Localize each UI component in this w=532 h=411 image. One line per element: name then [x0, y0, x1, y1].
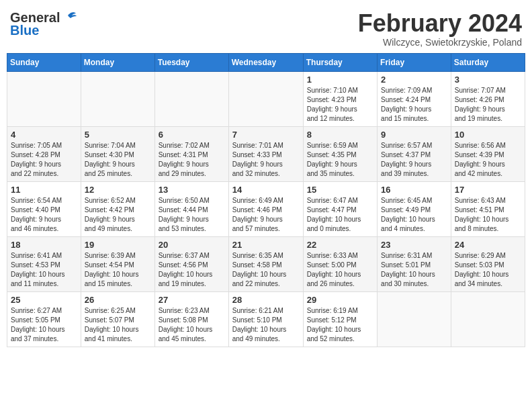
location-subtitle: Wilczyce, Swietokrzyskie, Poland	[358, 37, 522, 48]
calendar-cell-3-5: 15Sunrise: 6:47 AM Sunset: 4:47 PM Dayli…	[303, 181, 377, 236]
calendar-cell-5-1: 25Sunrise: 6:27 AM Sunset: 5:05 PM Dayli…	[7, 291, 81, 347]
day-info: Sunrise: 6:27 AM Sunset: 5:05 PM Dayligh…	[11, 306, 77, 344]
calendar-week-row-3: 11Sunrise: 6:54 AM Sunset: 4:40 PM Dayli…	[7, 181, 525, 236]
calendar-cell-4-6: 23Sunrise: 6:31 AM Sunset: 5:01 PM Dayli…	[378, 236, 451, 291]
day-number: 25	[11, 295, 77, 305]
logo: General Blue	[10, 10, 77, 38]
day-number: 17	[455, 185, 521, 195]
calendar-cell-4-3: 20Sunrise: 6:37 AM Sunset: 4:56 PM Dayli…	[154, 236, 228, 291]
day-number: 27	[159, 295, 225, 305]
calendar-cell-2-6: 9Sunrise: 6:57 AM Sunset: 4:37 PM Daylig…	[378, 126, 451, 181]
day-info: Sunrise: 7:09 AM Sunset: 4:24 PM Dayligh…	[381, 86, 447, 124]
calendar-cell-4-5: 22Sunrise: 6:33 AM Sunset: 5:00 PM Dayli…	[303, 236, 377, 291]
day-number: 13	[159, 185, 225, 195]
day-info: Sunrise: 6:50 AM Sunset: 4:44 PM Dayligh…	[159, 196, 225, 234]
weekday-header-tuesday: Tuesday	[154, 53, 228, 71]
day-number: 8	[307, 130, 373, 140]
day-info: Sunrise: 6:23 AM Sunset: 5:08 PM Dayligh…	[159, 306, 225, 344]
calendar-cell-1-4	[228, 71, 303, 126]
calendar-cell-2-5: 8Sunrise: 6:59 AM Sunset: 4:35 PM Daylig…	[303, 126, 377, 181]
title-area: February 2024 Wilczyce, Swietokrzyskie, …	[358, 10, 522, 48]
weekday-header-wednesday: Wednesday	[228, 53, 303, 71]
day-info: Sunrise: 6:49 AM Sunset: 4:46 PM Dayligh…	[232, 196, 300, 234]
day-number: 4	[11, 130, 77, 140]
weekday-header-row: SundayMondayTuesdayWednesdayThursdayFrid…	[7, 53, 525, 71]
day-number: 14	[232, 185, 300, 195]
calendar-cell-5-2: 26Sunrise: 6:25 AM Sunset: 5:07 PM Dayli…	[81, 291, 154, 347]
logo-bird-icon	[61, 11, 77, 25]
calendar-cell-5-4: 28Sunrise: 6:21 AM Sunset: 5:10 PM Dayli…	[228, 291, 303, 347]
day-info: Sunrise: 7:07 AM Sunset: 4:26 PM Dayligh…	[455, 86, 521, 124]
day-number: 23	[381, 240, 447, 250]
day-info: Sunrise: 7:02 AM Sunset: 4:31 PM Dayligh…	[159, 141, 225, 179]
calendar-week-row-4: 18Sunrise: 6:41 AM Sunset: 4:53 PM Dayli…	[7, 236, 525, 291]
calendar-cell-1-5: 1Sunrise: 7:10 AM Sunset: 4:23 PM Daylig…	[303, 71, 377, 126]
logo-blue-text: Blue	[10, 23, 39, 38]
weekday-header-saturday: Saturday	[451, 53, 525, 71]
day-number: 21	[232, 240, 300, 250]
weekday-header-friday: Friday	[378, 53, 451, 71]
day-info: Sunrise: 6:29 AM Sunset: 5:03 PM Dayligh…	[455, 251, 521, 289]
day-info: Sunrise: 7:05 AM Sunset: 4:28 PM Dayligh…	[11, 141, 77, 179]
day-info: Sunrise: 6:45 AM Sunset: 4:49 PM Dayligh…	[381, 196, 447, 234]
day-info: Sunrise: 6:54 AM Sunset: 4:40 PM Dayligh…	[11, 196, 77, 234]
day-number: 18	[11, 240, 77, 250]
day-info: Sunrise: 6:56 AM Sunset: 4:39 PM Dayligh…	[455, 141, 521, 179]
day-info: Sunrise: 6:59 AM Sunset: 4:35 PM Dayligh…	[307, 141, 373, 179]
day-number: 24	[455, 240, 521, 250]
calendar-cell-2-4: 7Sunrise: 7:01 AM Sunset: 4:33 PM Daylig…	[228, 126, 303, 181]
day-number: 26	[85, 295, 151, 305]
weekday-header-sunday: Sunday	[7, 53, 81, 71]
day-info: Sunrise: 6:19 AM Sunset: 5:12 PM Dayligh…	[307, 306, 373, 344]
day-number: 12	[85, 185, 151, 195]
calendar-cell-2-7: 10Sunrise: 6:56 AM Sunset: 4:39 PM Dayli…	[451, 126, 525, 181]
day-number: 2	[381, 75, 447, 85]
day-info: Sunrise: 7:10 AM Sunset: 4:23 PM Dayligh…	[307, 86, 373, 124]
day-number: 16	[381, 185, 447, 195]
day-number: 7	[232, 130, 300, 140]
day-info: Sunrise: 6:43 AM Sunset: 4:51 PM Dayligh…	[455, 196, 521, 234]
weekday-header-monday: Monday	[81, 53, 154, 71]
day-info: Sunrise: 6:25 AM Sunset: 5:07 PM Dayligh…	[85, 306, 151, 344]
header: General Blue February 2024 Wilczyce, Swi…	[7, 7, 525, 48]
day-number: 6	[159, 130, 225, 140]
calendar-cell-3-3: 13Sunrise: 6:50 AM Sunset: 4:44 PM Dayli…	[154, 181, 228, 236]
day-number: 20	[159, 240, 225, 250]
day-info: Sunrise: 6:39 AM Sunset: 4:54 PM Dayligh…	[85, 251, 151, 289]
calendar-cell-3-7: 17Sunrise: 6:43 AM Sunset: 4:51 PM Dayli…	[451, 181, 525, 236]
calendar-cell-5-7	[451, 291, 525, 347]
day-info: Sunrise: 6:33 AM Sunset: 5:00 PM Dayligh…	[307, 251, 373, 289]
weekday-header-thursday: Thursday	[303, 53, 377, 71]
calendar-cell-2-1: 4Sunrise: 7:05 AM Sunset: 4:28 PM Daylig…	[7, 126, 81, 181]
calendar-cell-1-2	[81, 71, 154, 126]
day-info: Sunrise: 6:35 AM Sunset: 4:58 PM Dayligh…	[232, 251, 300, 289]
calendar-cell-3-4: 14Sunrise: 6:49 AM Sunset: 4:46 PM Dayli…	[228, 181, 303, 236]
day-number: 9	[381, 130, 447, 140]
day-info: Sunrise: 6:52 AM Sunset: 4:42 PM Dayligh…	[85, 196, 151, 234]
day-number: 3	[455, 75, 521, 85]
day-number: 5	[85, 130, 151, 140]
day-number: 29	[307, 295, 373, 305]
calendar-week-row-2: 4Sunrise: 7:05 AM Sunset: 4:28 PM Daylig…	[7, 126, 525, 181]
day-number: 11	[11, 185, 77, 195]
day-info: Sunrise: 6:57 AM Sunset: 4:37 PM Dayligh…	[381, 141, 447, 179]
calendar-cell-4-7: 24Sunrise: 6:29 AM Sunset: 5:03 PM Dayli…	[451, 236, 525, 291]
calendar-cell-5-6	[378, 291, 451, 347]
calendar-week-row-5: 25Sunrise: 6:27 AM Sunset: 5:05 PM Dayli…	[7, 291, 525, 347]
calendar-cell-3-1: 11Sunrise: 6:54 AM Sunset: 4:40 PM Dayli…	[7, 181, 81, 236]
day-info: Sunrise: 6:41 AM Sunset: 4:53 PM Dayligh…	[11, 251, 77, 289]
calendar-cell-4-1: 18Sunrise: 6:41 AM Sunset: 4:53 PM Dayli…	[7, 236, 81, 291]
calendar-cell-3-2: 12Sunrise: 6:52 AM Sunset: 4:42 PM Dayli…	[81, 181, 154, 236]
day-number: 1	[307, 75, 373, 85]
calendar-cell-1-7: 3Sunrise: 7:07 AM Sunset: 4:26 PM Daylig…	[451, 71, 525, 126]
day-number: 28	[232, 295, 300, 305]
calendar-cell-5-5: 29Sunrise: 6:19 AM Sunset: 5:12 PM Dayli…	[303, 291, 377, 347]
day-info: Sunrise: 6:31 AM Sunset: 5:01 PM Dayligh…	[381, 251, 447, 289]
calendar-cell-4-4: 21Sunrise: 6:35 AM Sunset: 4:58 PM Dayli…	[228, 236, 303, 291]
calendar-cell-5-3: 27Sunrise: 6:23 AM Sunset: 5:08 PM Dayli…	[154, 291, 228, 347]
day-info: Sunrise: 6:47 AM Sunset: 4:47 PM Dayligh…	[307, 196, 373, 234]
calendar-cell-2-3: 6Sunrise: 7:02 AM Sunset: 4:31 PM Daylig…	[154, 126, 228, 181]
calendar-cell-1-3	[154, 71, 228, 126]
calendar-table: SundayMondayTuesdayWednesdayThursdayFrid…	[7, 53, 525, 347]
day-number: 15	[307, 185, 373, 195]
